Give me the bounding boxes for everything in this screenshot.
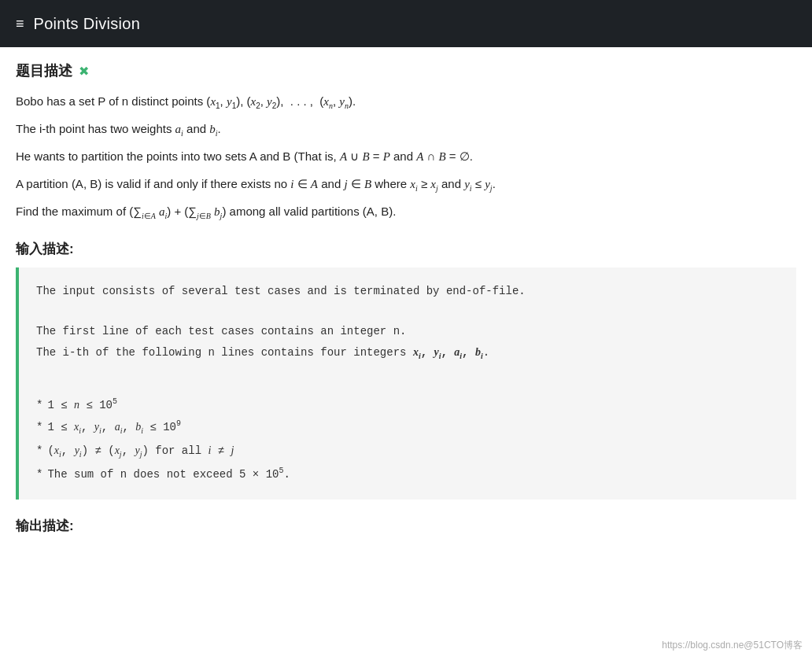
- main-content: 题目描述 ✖ Bobo has a set P of n distinct po…: [0, 47, 812, 554]
- input-description-block: The input consists of several test cases…: [16, 267, 796, 500]
- input-line-2: The first line of each test cases contai…: [36, 322, 779, 342]
- problem-line-5: Find the maximum of (∑i∈A ai) + (∑j∈B bj…: [16, 201, 796, 223]
- constraint-1: * 1 ≤ n ≤ 105: [36, 394, 779, 416]
- problem-line-3: He wants to partition the points into tw…: [16, 146, 796, 168]
- input-heading: 输入描述:: [16, 240, 796, 258]
- input-line-1: The input consists of several test cases…: [36, 282, 779, 302]
- problem-line-4: A partition (A, B) is valid if and only …: [16, 174, 796, 195]
- output-heading: 输出描述:: [16, 517, 796, 535]
- problem-line-1: Bobo has a set P of n distinct points (x…: [16, 91, 796, 112]
- constraint-4: * The sum of n does not exceed 5 × 105.: [36, 463, 779, 485]
- constraints-list: * 1 ≤ n ≤ 105 * 1 ≤ xi, yi, ai, bi ≤ 109…: [36, 394, 779, 485]
- input-line-blank: [36, 301, 779, 322]
- menu-icon: ≡: [16, 16, 24, 32]
- problem-line-2: The i-th point has two weights ai and bi…: [16, 119, 796, 140]
- constraint-2: * 1 ≤ xi, yi, ai, bi ≤ 109: [36, 416, 779, 440]
- page-title: Points Division: [34, 15, 141, 33]
- link-icon: ✖: [79, 64, 89, 79]
- constraint-3: * (xi, yi) ≠ (xj, yj) for all i ≠ j: [36, 440, 779, 463]
- description-heading-text: 题目描述: [16, 61, 72, 80]
- description-heading: 题目描述 ✖: [16, 61, 796, 80]
- input-line-blank2: [36, 364, 779, 385]
- input-line-3: The i-th of the following n lines contai…: [36, 342, 779, 364]
- header: ≡ Points Division: [0, 0, 812, 47]
